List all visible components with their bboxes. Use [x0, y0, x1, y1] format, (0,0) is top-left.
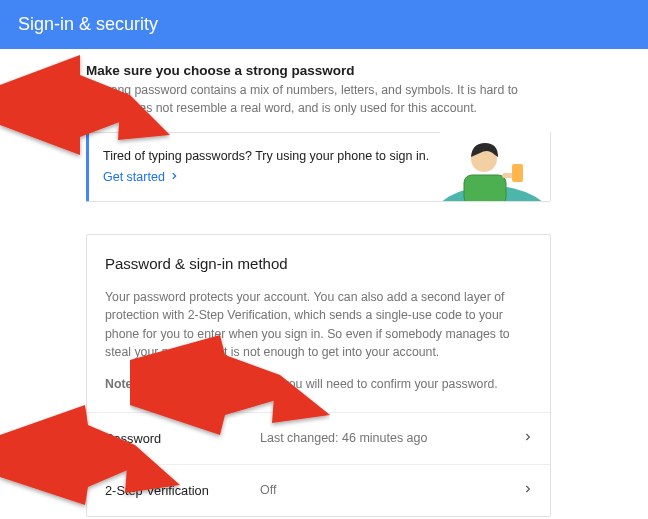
get-started-label: Get started [103, 170, 165, 184]
note-label: Note: [105, 377, 136, 391]
get-started-link[interactable]: Get started [103, 170, 179, 184]
signin-method-heading: Password & sign-in method [105, 255, 532, 272]
chevron-right-icon [169, 170, 179, 184]
row-password-label: Password [105, 431, 260, 446]
page-body: Make sure you choose a strong password A… [0, 49, 648, 517]
phone-signin-text: Tired of typing passwords? Try using you… [103, 149, 430, 163]
svg-rect-6 [512, 164, 523, 182]
strong-password-heading: Make sure you choose a strong password [86, 63, 551, 78]
row-2step-value: Off [260, 483, 523, 497]
note-text: To change these settings, you will need … [136, 377, 497, 391]
chevron-right-icon [523, 481, 532, 499]
signin-method-note: Note: To change these settings, you will… [105, 375, 532, 393]
svg-rect-2 [464, 175, 506, 201]
row-password[interactable]: Password Last changed: 46 minutes ago [87, 412, 550, 464]
chevron-right-icon [523, 429, 532, 447]
signin-method-description: Your password protects your account. You… [105, 288, 532, 362]
row-2step-label: 2-Step Verification [105, 483, 260, 498]
phone-signin-card: Tired of typing passwords? Try using you… [86, 132, 551, 202]
strong-password-section: Make sure you choose a strong password A… [86, 63, 551, 118]
row-2step-verification[interactable]: 2-Step Verification Off [87, 464, 550, 516]
app-bar: Sign-in & security [0, 0, 648, 49]
page-title: Sign-in & security [18, 14, 158, 35]
row-password-value: Last changed: 46 minutes ago [260, 431, 523, 445]
strong-password-description: A strong password contains a mix of numb… [86, 82, 551, 118]
phone-signin-illustration [440, 131, 550, 201]
signin-method-card: Password & sign-in method Your password … [86, 234, 551, 517]
